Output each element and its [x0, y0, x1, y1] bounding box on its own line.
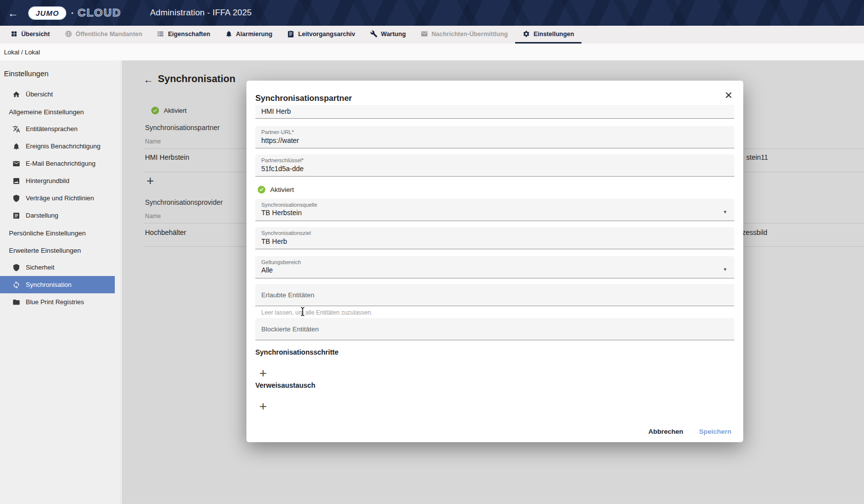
tab-wartung[interactable]: Wartung: [363, 26, 413, 44]
mail-icon: [421, 30, 428, 38]
blockierte-entitaeten-input[interactable]: [261, 318, 715, 340]
sync-icon: [12, 281, 20, 289]
shield-icon: [12, 194, 20, 202]
tab-uebersicht[interactable]: Übersicht: [3, 26, 57, 44]
erlaubte-entitaeten-input[interactable]: [261, 283, 715, 306]
globe-icon: [65, 30, 72, 38]
window-title: Administration - IFFA 2025: [150, 8, 252, 18]
field-label: Partnerschlüssel*: [261, 157, 304, 163]
display-icon: [12, 212, 20, 220]
dialog-actions: Abbrechen Speichern: [648, 428, 731, 435]
geltungsbereich-select[interactable]: Geltungsbereich Alle ▾: [255, 256, 734, 278]
sidebar-item-uebersicht[interactable]: Übersicht: [0, 86, 115, 103]
tab-label: Alarmierung: [236, 31, 273, 38]
sidebar-heading: Einstellungen: [0, 60, 121, 86]
jumo-logo: JUMO: [28, 6, 66, 20]
cloud-wordmark: CLOUD: [78, 6, 121, 19]
field-label: Synchronisationsziel: [261, 230, 311, 236]
home-icon: [12, 91, 20, 98]
sidebar-item-blue-print-registries[interactable]: Blue Print Registries: [0, 293, 115, 311]
sidebar-item-label: Sicherheit: [26, 264, 54, 271]
sidebar-item-ereignis-benachrichtigung[interactable]: Ereignis Benachrichtigung: [0, 137, 115, 155]
sidebar-section-label: Erweiterte Einstellungen: [9, 247, 81, 254]
mail-icon: [12, 160, 20, 168]
section-synchronisationsschritte: Synchronisationsschritte: [255, 348, 338, 356]
save-button[interactable]: Speichern: [699, 428, 731, 435]
partner-url-field: Partner-URL*: [255, 126, 734, 148]
check-circle-icon: [257, 185, 266, 194]
chevron-down-icon[interactable]: ▾: [723, 209, 726, 215]
field-label: Partner-URL*: [261, 129, 294, 135]
primary-nav-bar: Übersicht Öffentliche Mandanten Eigensch…: [0, 26, 864, 44]
sidebar-section-label: Persönliche Einstellungen: [9, 229, 86, 237]
add-verweis-button[interactable]: +: [259, 400, 267, 412]
translate-icon: [12, 125, 20, 133]
shield-icon: [12, 264, 20, 272]
sidebar-section-allgemeine-einstellungen[interactable]: Allgemeine Einstellungen: [0, 103, 121, 120]
sidebar-item-label: Entitätensprachen: [26, 125, 78, 133]
gear-icon: [523, 30, 530, 38]
sidebar-item-label: Blue Print Registries: [26, 298, 84, 306]
tab-label: Öffentliche Mandanten: [76, 31, 143, 38]
folder-icon: [12, 298, 20, 306]
sidebar-item-vertraege-und-richtlinien[interactable]: Verträge und Richtlinien: [0, 189, 115, 207]
archive-document-icon: [287, 30, 294, 38]
text-cursor-pointer: [299, 307, 306, 319]
checkbox-label: Aktiviert: [270, 186, 294, 193]
sidebar-item-hintergrundbild[interactable]: Hintergrundbild: [0, 172, 115, 189]
synchronisationsziel-field: Synchronisationsziel: [255, 227, 734, 249]
sidebar-item-label: Hintergrundbild: [26, 177, 69, 184]
tab-leitvorgangsarchiv[interactable]: Leitvorgangsarchiv: [280, 26, 362, 44]
blockierte-entitaeten-field: [255, 318, 734, 340]
tab-oeffentliche-mandanten: Öffentliche Mandanten: [57, 26, 150, 44]
sidebar-section-persoenliche-einstellungen[interactable]: Persönliche Einstellungen: [0, 224, 121, 241]
back-arrow-icon[interactable]: ←: [8, 8, 18, 18]
sidebar-section-label: Allgemeine Einstellungen: [9, 108, 84, 116]
bell-icon: [12, 142, 20, 150]
breadcrumb-text: Lokal / Lokal: [4, 48, 40, 56]
tab-label: Eigenschaften: [168, 31, 210, 38]
tab-label: Leitvorgangsarchiv: [298, 31, 355, 38]
sidebar-item-email-benachrichtigung[interactable]: E-Mail Benachrichtigung: [0, 155, 115, 172]
chevron-down-icon[interactable]: ▾: [723, 266, 726, 273]
name-input[interactable]: [261, 106, 715, 116]
section-verweisaustausch: Verweisaustausch: [255, 381, 315, 389]
cancel-button[interactable]: Abbrechen: [648, 428, 683, 435]
logo-separator-dot: ·: [71, 7, 74, 19]
partnerschluessel-input[interactable]: [261, 164, 715, 174]
top-app-bar: ← JUMO · CLOUD Administration - IFFA 202…: [0, 0, 864, 26]
tab-eigenschaften[interactable]: Eigenschaften: [149, 26, 217, 44]
sidebar-section-erweiterte-einstellungen[interactable]: Erweiterte Einstellungen: [0, 241, 121, 259]
synchronisationsziel-input[interactable]: [261, 236, 715, 246]
aktiviert-checkbox[interactable]: Aktiviert: [257, 185, 294, 194]
synchronisationsquelle-select[interactable]: Synchronisationsquelle TB Herbstein ▾: [255, 199, 734, 221]
sidebar-item-label: Darstellung: [26, 212, 58, 219]
sidebar-item-label: E-Mail Benachrichtigung: [26, 160, 96, 167]
main-content: ← Synchronisation Aktiviert Synchronisat…: [122, 60, 864, 504]
bell-icon: [225, 30, 233, 38]
tab-alarmierung[interactable]: Alarmierung: [218, 26, 280, 44]
sidebar-item-entitaetensprachen[interactable]: Entitätensprachen: [0, 120, 115, 137]
erlaubte-entitaeten-field: [255, 284, 734, 306]
partner-url-input[interactable]: [261, 136, 715, 145]
field-helper-text: Leer lassen, um alle Entitäten zuzulasse…: [261, 309, 373, 316]
tab-label: Wartung: [381, 31, 406, 38]
breadcrumb: Lokal / Lokal: [0, 44, 864, 60]
sidebar-item-synchronisation[interactable]: Synchronisation: [0, 276, 115, 293]
add-schritt-button[interactable]: +: [259, 367, 267, 379]
select-value: Alle: [261, 266, 273, 274]
wrench-icon: [370, 30, 378, 38]
image-icon: [12, 177, 20, 185]
close-icon[interactable]: ×: [725, 89, 732, 101]
sidebar-item-label: Übersicht: [26, 91, 53, 98]
grid-icon: [10, 30, 18, 38]
sidebar-item-label: Synchronisation: [26, 281, 72, 288]
tab-label: Übersicht: [21, 31, 50, 38]
tab-einstellungen[interactable]: Einstellungen: [515, 26, 581, 44]
partnerschluessel-field: Partnerschlüssel*: [255, 154, 734, 177]
name-field: [255, 105, 734, 119]
sidebar-item-darstellung[interactable]: Darstellung: [0, 207, 115, 224]
sidebar-item-sicherheit[interactable]: Sicherheit: [0, 259, 115, 276]
tab-label: Nachrichten-Übermittlung: [432, 31, 508, 38]
app-window: ← JUMO · CLOUD Administration - IFFA 202…: [0, 0, 864, 504]
